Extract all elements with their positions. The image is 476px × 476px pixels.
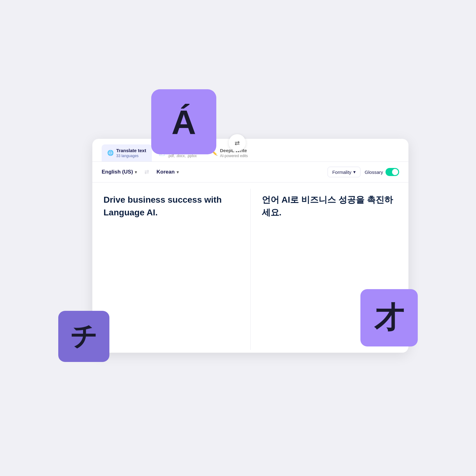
tile-bottom-right-char: 才 (374, 298, 404, 338)
source-language-label: English (US) (102, 169, 133, 175)
glossary-label: Glossary (365, 170, 383, 175)
formality-button[interactable]: Formality ▾ (328, 167, 360, 177)
scene: Á チ 才 ⇄ 🌐 Translate text 33 languages 📄 (68, 99, 408, 377)
tab-translate-text-sublabel: 33 languages (116, 154, 146, 159)
tile-top: Á (151, 89, 216, 154)
swap-languages-button[interactable]: ⇄ (229, 134, 246, 151)
globe-icon: 🌐 (107, 150, 114, 156)
tabs-bar: 🌐 Translate text 33 languages 📄 Translat… (92, 139, 408, 162)
lang-swap-arrow-icon: ⇄ (144, 169, 149, 175)
glossary-toggle[interactable] (386, 168, 399, 176)
swap-arrows-icon: ⇄ (235, 139, 240, 147)
toggle-knob (392, 169, 398, 175)
formality-chevron-icon: ▾ (353, 169, 356, 175)
source-panel[interactable]: Drive business success with Language AI. (92, 183, 250, 353)
target-lang-chevron-icon: ▾ (177, 170, 179, 174)
tab-deepl-write-sublabel: AI-powered edits (220, 154, 248, 159)
glossary-area: Glossary (365, 168, 399, 176)
tile-bottom-left-char: チ (70, 319, 97, 354)
tile-bottom-left: チ (58, 311, 109, 362)
tile-top-char: Á (171, 102, 196, 142)
target-language-selector[interactable]: Korean ▾ (156, 169, 179, 175)
target-text: 언어 AI로 비즈니스 성공을 촉진하세요. (262, 194, 398, 219)
formality-label: Formality (332, 170, 351, 175)
tab-translate-text-label: Translate text (116, 148, 146, 154)
source-language-selector[interactable]: English (US) ▾ (102, 169, 137, 175)
tile-bottom-right: 才 (360, 289, 418, 346)
source-text: Drive business success with Language AI. (104, 194, 239, 219)
tab-translate-text[interactable]: 🌐 Translate text 33 languages (102, 144, 152, 161)
source-lang-chevron-icon: ▾ (135, 170, 137, 174)
language-bar: English (US) ▾ ⇄ Korean ▾ Formality ▾ Gl… (92, 162, 408, 183)
target-language-label: Korean (156, 169, 175, 175)
